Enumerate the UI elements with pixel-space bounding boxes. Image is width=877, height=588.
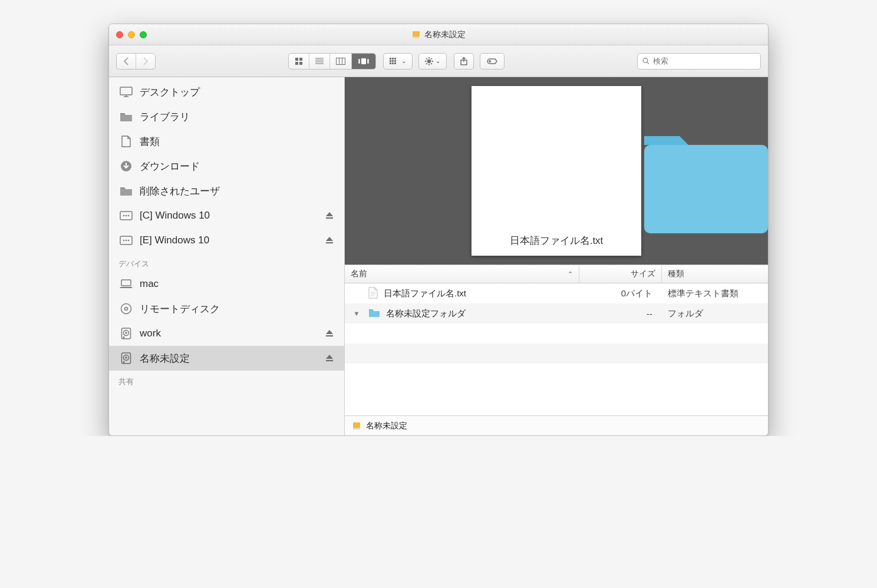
sidebar-item-label: [E] Windows 10 (140, 234, 209, 246)
coverflow-preview[interactable]: 日本語ファイル名.txt (345, 77, 768, 265)
svg-rect-1 (413, 37, 420, 38)
eject-button[interactable] (325, 329, 334, 338)
desktop-icon (120, 86, 133, 98)
sidebar-item-remote-disc[interactable]: リモートディスク (109, 296, 344, 321)
path-bar[interactable]: 名称未設定 (345, 415, 768, 435)
eject-button[interactable] (325, 212, 334, 220)
svg-rect-22 (390, 62, 391, 64)
list-item (345, 323, 768, 343)
sidebar-item-windows-e[interactable]: [E] Windows 10 (109, 228, 344, 253)
tags-button[interactable] (480, 53, 505, 70)
sidebar-item-untitled[interactable]: 名称未設定 (109, 346, 344, 371)
back-button[interactable] (117, 54, 136, 69)
svg-rect-51 (326, 242, 333, 243)
folder-icon (368, 308, 380, 319)
sidebar-item-mac[interactable]: mac (109, 272, 344, 296)
svg-rect-64 (326, 360, 333, 361)
list-header: 名前 ⌃ サイズ 種類 (345, 265, 768, 283)
file-kind: フォルダ (662, 308, 768, 319)
view-mode-buttons (288, 53, 376, 70)
list-item[interactable]: ▼ 名称未設定フォルダ -- フォルダ (345, 303, 768, 323)
column-header-kind[interactable]: 種類 (662, 265, 768, 283)
svg-point-35 (489, 60, 490, 61)
svg-rect-10 (337, 58, 345, 64)
sidebar-item-downloads[interactable]: ダウンロード (109, 154, 344, 179)
svg-point-63 (123, 362, 124, 363)
minimize-window-button[interactable] (128, 31, 135, 38)
svg-point-44 (126, 215, 127, 217)
document-icon (120, 136, 133, 147)
sidebar-item-label: 書類 (140, 135, 160, 148)
sidebar-item-desktop[interactable]: デスクトップ (109, 80, 344, 104)
finder-window: 名称未設定 (108, 24, 769, 436)
svg-rect-16 (390, 58, 391, 60)
sidebar-item-label: ライブラリ (140, 110, 190, 124)
nav-buttons (116, 53, 156, 70)
zoom-window-button[interactable] (140, 31, 147, 38)
svg-rect-2 (295, 58, 298, 61)
coverflow-view-button[interactable] (352, 54, 375, 69)
search-input[interactable] (653, 57, 756, 65)
sidebar-item-label: ダウンロード (140, 160, 200, 173)
svg-rect-15 (367, 59, 369, 64)
svg-point-50 (128, 240, 130, 242)
preview-file-name: 日本語ファイル名.txt (510, 234, 604, 247)
search-field[interactable] (637, 53, 761, 70)
hdd-icon (120, 352, 133, 364)
sidebar-item-documents[interactable]: 書類 (109, 129, 344, 154)
svg-rect-24 (394, 62, 396, 64)
eject-button[interactable] (325, 354, 334, 362)
column-header-name[interactable]: 名前 ⌃ (345, 265, 579, 283)
svg-rect-17 (392, 58, 394, 60)
finder-body: デスクトップ ライブラリ 書類 (109, 77, 768, 435)
list-item (345, 343, 768, 364)
action-button[interactable]: ⌄ (418, 53, 447, 70)
svg-rect-70 (353, 428, 360, 430)
preview-folder-item[interactable] (638, 124, 768, 242)
svg-rect-5 (299, 62, 302, 65)
forward-button[interactable] (136, 54, 155, 69)
chevron-down-icon: ⌄ (436, 58, 440, 64)
list-view-button[interactable] (309, 54, 330, 69)
icon-view-button[interactable] (289, 54, 309, 69)
svg-rect-19 (390, 60, 391, 62)
sidebar-section-shared: 共有 (109, 371, 344, 389)
column-header-size[interactable]: サイズ (579, 265, 662, 283)
svg-rect-0 (413, 31, 420, 37)
folder-icon (120, 111, 133, 123)
download-icon (120, 160, 133, 172)
window-title: 名称未設定 (109, 29, 768, 40)
sidebar-item-deleted-users[interactable]: 削除されたユーザ (109, 179, 344, 203)
list-item[interactable]: 日本語ファイル名.txt 0バイト 標準テキスト書類 (345, 283, 768, 303)
eject-button[interactable] (325, 236, 334, 245)
svg-point-57 (126, 332, 127, 333)
file-name: 日本語ファイル名.txt (384, 288, 466, 299)
volume-icon (411, 30, 421, 39)
arrange-button[interactable]: ⌄ (383, 53, 413, 70)
svg-rect-52 (121, 280, 131, 286)
svg-point-48 (123, 240, 125, 242)
column-view-button[interactable] (330, 54, 352, 69)
svg-rect-20 (392, 60, 394, 62)
svg-rect-59 (326, 335, 333, 336)
sidebar-item-windows-c[interactable]: [C] Windows 10 (109, 203, 344, 228)
file-list: 日本語ファイル名.txt 0バイト 標準テキスト書類 ▼ 名称未設定フォルダ -… (345, 283, 768, 415)
disclosure-triangle[interactable]: ▼ (351, 310, 362, 317)
preview-file-item[interactable]: 日本語ファイル名.txt (472, 86, 641, 256)
svg-point-25 (427, 59, 431, 62)
svg-rect-23 (392, 62, 394, 64)
sidebar-item-work[interactable]: work (109, 321, 344, 346)
svg-line-30 (426, 58, 427, 60)
svg-line-31 (431, 63, 432, 64)
share-button[interactable] (454, 53, 474, 70)
svg-rect-13 (361, 58, 366, 64)
laptop-icon (120, 278, 133, 290)
window-title-text: 名称未設定 (424, 29, 466, 40)
main-panel: 日本語ファイル名.txt 名前 ⌃ サイズ 種類 (345, 77, 768, 435)
close-window-button[interactable] (116, 31, 123, 38)
sidebar-item-library[interactable]: ライブラリ (109, 104, 344, 129)
sidebar-item-label: [C] Windows 10 (140, 210, 210, 222)
svg-line-37 (647, 62, 649, 64)
svg-rect-3 (299, 58, 302, 61)
text-file-icon (368, 287, 378, 300)
